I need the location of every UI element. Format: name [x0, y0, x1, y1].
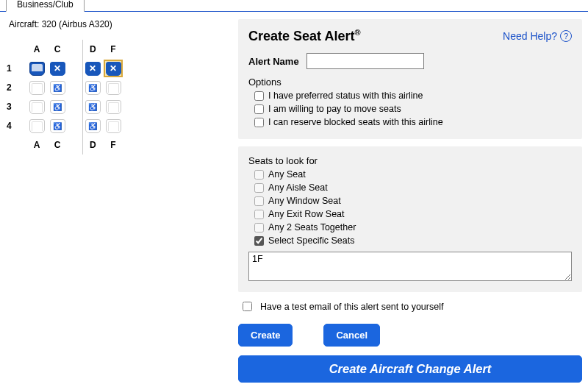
col-footer: F — [103, 135, 123, 155]
seat-3C[interactable] — [50, 100, 65, 114]
seat-1F[interactable] — [106, 62, 121, 76]
tab-label: Business/Club — [17, 0, 74, 10]
col-header: F — [103, 40, 123, 59]
option-label: I can reserve blocked seats with this ai… — [268, 117, 443, 127]
seat-filter-checkbox-2[interactable] — [254, 196, 264, 206]
seat-filter-checkbox-4[interactable] — [254, 223, 264, 232]
col-footer: A — [26, 135, 47, 155]
seat-filter-checkbox-0[interactable] — [254, 170, 264, 180]
create-button[interactable]: Create — [238, 324, 293, 347]
seat-1A[interactable] — [29, 62, 45, 76]
option-checkbox-0[interactable] — [254, 91, 264, 101]
page-title: Create Seat Alert® — [248, 28, 361, 44]
help-icon: ? — [560, 30, 572, 42]
seat-map: A C D F 1234 A C D F — [6, 40, 123, 155]
seat-3D[interactable] — [85, 100, 101, 114]
alert-name-input[interactable] — [306, 53, 424, 69]
col-header: A — [26, 40, 47, 59]
options-heading: Options — [248, 77, 572, 88]
seat-filter-checkbox-5[interactable] — [254, 236, 264, 246]
col-header: D — [82, 40, 103, 59]
seat-4D[interactable] — [85, 119, 101, 133]
row-number: 3 — [6, 97, 26, 116]
row-number: 4 — [6, 116, 26, 135]
col-header: C — [47, 40, 68, 59]
seat-4F[interactable] — [106, 119, 121, 133]
aircraft-label: Aircraft: 320 (Airbus A320) — [9, 19, 226, 29]
need-help-link[interactable]: Need Help? ? — [503, 30, 572, 42]
seat-filter-label: Any Seat — [268, 169, 306, 180]
seat-4C[interactable] — [50, 119, 65, 133]
seat-2D[interactable] — [85, 81, 101, 95]
alert-name-label: Alert Name — [248, 56, 299, 67]
row-number: 1 — [6, 59, 26, 78]
seat-filter-label: Any 2 Seats Together — [268, 222, 356, 232]
seat-1D[interactable] — [85, 62, 101, 76]
seat-2A[interactable] — [29, 81, 45, 95]
seat-4A[interactable] — [29, 119, 45, 133]
col-footer: C — [47, 135, 68, 155]
option-label: I have preferred status with this airlin… — [268, 90, 423, 101]
specific-seats-input[interactable] — [248, 252, 572, 281]
option-label: I am willing to pay to move seats — [268, 104, 401, 114]
seat-2F[interactable] — [106, 81, 121, 95]
row-number: 2 — [6, 78, 26, 97]
seats-heading: Seats to look for — [248, 155, 572, 166]
col-footer: D — [82, 135, 103, 155]
option-checkbox-1[interactable] — [254, 104, 264, 114]
seat-3F[interactable] — [106, 100, 121, 114]
need-help-label: Need Help? — [503, 30, 557, 42]
seat-2C[interactable] — [50, 81, 65, 95]
seat-selected-1F[interactable] — [104, 60, 123, 77]
create-aircraft-change-alert-button[interactable]: Create Aircraft Change Alert — [238, 355, 582, 383]
cancel-button[interactable]: Cancel — [323, 324, 380, 347]
seat-filter-label: Select Specific Seats — [268, 235, 354, 246]
seat-filter-label: Any Aisle Seat — [268, 182, 328, 193]
test-email-label: Have a test email of this alert sent to … — [260, 302, 443, 312]
seat-filter-checkbox-1[interactable] — [254, 183, 264, 193]
seat-filter-label: Any Exit Row Seat — [268, 209, 345, 219]
seat-3A[interactable] — [29, 100, 45, 114]
seat-filter-label: Any Window Seat — [268, 196, 341, 206]
test-email-checkbox[interactable] — [243, 302, 252, 311]
seat-1C[interactable] — [50, 62, 65, 76]
option-checkbox-2[interactable] — [254, 118, 264, 127]
seat-filter-checkbox-3[interactable] — [254, 210, 264, 219]
tab-business-club[interactable]: Business/Club — [6, 0, 85, 12]
